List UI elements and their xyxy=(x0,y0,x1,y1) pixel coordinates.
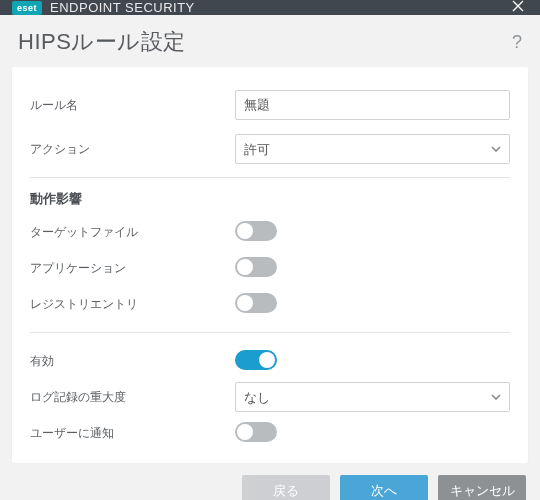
divider xyxy=(30,332,510,333)
brand-badge: eset xyxy=(12,1,42,15)
settings-panel: ルール名 アクション 許可 動作影響 ターゲットファイル アプリケーション xyxy=(12,67,528,463)
page-title: HIPSルール設定 xyxy=(18,27,186,57)
next-button[interactable]: 次へ xyxy=(340,475,428,500)
operations-heading: 動作影響 xyxy=(30,190,510,208)
severity-select[interactable]: なし xyxy=(235,382,510,412)
applications-label: アプリケーション xyxy=(30,260,235,277)
registry-label: レジストリエントリ xyxy=(30,296,235,313)
action-select[interactable]: 許可 xyxy=(235,134,510,164)
dialog-window: eset ENDPOINT SECURITY HIPSルール設定 ? ルール名 … xyxy=(0,0,540,500)
back-button[interactable]: 戻る xyxy=(242,475,330,500)
enabled-toggle[interactable] xyxy=(235,350,277,370)
action-label: アクション xyxy=(30,141,235,158)
target-files-label: ターゲットファイル xyxy=(30,224,235,241)
registry-toggle[interactable] xyxy=(235,293,277,313)
help-icon[interactable]: ? xyxy=(512,32,522,53)
applications-toggle[interactable] xyxy=(235,257,277,277)
product-name: ENDPOINT SECURITY xyxy=(50,0,195,15)
cancel-button[interactable]: キャンセル xyxy=(438,475,526,500)
rule-name-input[interactable] xyxy=(235,90,510,120)
target-files-toggle[interactable] xyxy=(235,221,277,241)
notify-label: ユーザーに通知 xyxy=(30,425,235,442)
divider xyxy=(30,177,510,178)
rule-name-label: ルール名 xyxy=(30,97,235,114)
close-icon[interactable] xyxy=(506,0,530,15)
notify-toggle[interactable] xyxy=(235,422,277,442)
dialog-header: HIPSルール設定 ? xyxy=(0,15,540,67)
enabled-label: 有効 xyxy=(30,353,235,370)
severity-label: ログ記録の重大度 xyxy=(30,389,235,406)
titlebar: eset ENDPOINT SECURITY xyxy=(0,0,540,15)
dialog-footer: 戻る 次へ キャンセル xyxy=(0,463,540,500)
